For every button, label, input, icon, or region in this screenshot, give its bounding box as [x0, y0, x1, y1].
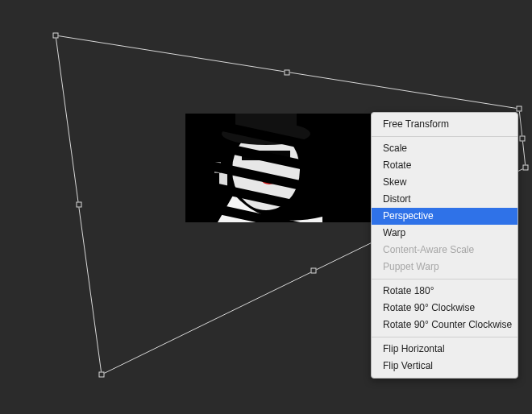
- menu-item-perspective[interactable]: Perspective: [372, 208, 517, 225]
- transform-handle-bottom-left[interactable]: [99, 372, 105, 378]
- menu-item-skew[interactable]: Skew: [372, 174, 517, 191]
- menu-item-flip-v[interactable]: Flip Vertical: [372, 358, 517, 375]
- menu-item-free-transform[interactable]: Free Transform: [372, 116, 517, 133]
- transform-handle-left-mid[interactable]: [77, 202, 82, 208]
- image-layer[interactable]: [185, 114, 371, 222]
- menu-item-content-aware-scale: Content-Aware Scale: [372, 242, 517, 259]
- menu-separator: [372, 136, 517, 137]
- menu-separator: [372, 279, 517, 279]
- menu-item-scale[interactable]: Scale: [372, 140, 517, 157]
- menu-item-puppet-warp: Puppet Warp: [372, 259, 517, 275]
- noir-photo-icon: [185, 114, 371, 222]
- transform-handle-bottom-right[interactable]: [523, 165, 529, 171]
- transform-handle-top-mid[interactable]: [285, 70, 290, 76]
- transform-handle-top-left[interactable]: [53, 33, 59, 39]
- editor-canvas[interactable]: Free TransformScaleRotateSkewDistortPers…: [0, 0, 532, 414]
- transform-handle-top-right[interactable]: [517, 106, 522, 112]
- transform-context-menu[interactable]: Free TransformScaleRotateSkewDistortPers…: [371, 112, 518, 379]
- menu-separator: [372, 337, 517, 337]
- menu-item-warp[interactable]: Warp: [372, 225, 517, 242]
- menu-item-rotate-180[interactable]: Rotate 180°: [372, 283, 517, 300]
- menu-item-rotate[interactable]: Rotate: [372, 157, 517, 174]
- menu-item-rotate-90-cw[interactable]: Rotate 90° Clockwise: [372, 300, 517, 317]
- svg-rect-17: [330, 114, 371, 222]
- transform-handle-bottom-mid[interactable]: [311, 268, 317, 274]
- menu-item-flip-h[interactable]: Flip Horizontal: [372, 341, 517, 358]
- menu-item-distort[interactable]: Distort: [372, 191, 517, 208]
- menu-item-rotate-90-ccw[interactable]: Rotate 90° Counter Clockwise: [372, 317, 517, 333]
- transform-handle-right-mid[interactable]: [520, 136, 526, 142]
